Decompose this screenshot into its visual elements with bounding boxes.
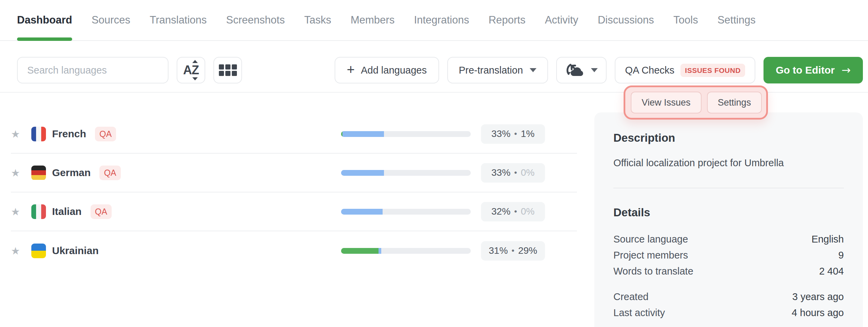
language-name[interactable]: Italian: [52, 206, 82, 217]
nav-tab-dashboard[interactable]: Dashboard: [17, 0, 72, 40]
translation-progress-bar: [341, 170, 471, 176]
translated-percent: 33%: [492, 128, 511, 139]
percent-separator-dot: •: [514, 207, 517, 216]
percent-separator-dot: •: [514, 129, 517, 139]
nav-tab-reports[interactable]: Reports: [488, 0, 526, 40]
detail-value: 4 hours ago: [792, 305, 844, 321]
language-flag-icon: [31, 204, 46, 219]
favorite-star-icon[interactable]: ★: [11, 206, 31, 218]
language-row[interactable]: ★ French QA 33% • 1%: [11, 115, 577, 154]
detail-value: English: [811, 231, 844, 247]
qa-settings-button[interactable]: Settings: [707, 92, 762, 113]
details-title: Details: [613, 206, 844, 219]
translated-percent: 31%: [489, 245, 508, 256]
nav-tab-screenshots[interactable]: Screenshots: [226, 0, 285, 40]
project-nav: DashboardSourcesTranslationsScreenshotsT…: [0, 0, 868, 41]
qa-badge[interactable]: QA: [99, 166, 120, 180]
language-row[interactable]: ★ German QA 33% • 0%: [11, 154, 577, 192]
panel-divider: [613, 188, 844, 188]
detail-row: Source language English: [613, 231, 844, 247]
translation-progress-bar: [341, 131, 471, 137]
add-languages-button[interactable]: + Add languages: [335, 57, 439, 83]
language-flag-icon: [31, 244, 46, 258]
favorite-star-icon[interactable]: ★: [11, 167, 31, 179]
sort-button[interactable]: AZ: [177, 57, 205, 83]
detail-label: Project members: [613, 247, 688, 263]
add-languages-label: Add languages: [361, 65, 427, 76]
go-to-editor-button[interactable]: Go to Editor →: [763, 57, 863, 83]
detail-label: Source language: [613, 231, 688, 247]
qa-badge[interactable]: QA: [91, 204, 112, 219]
translation-progress-bar: [341, 209, 471, 215]
qa-badge[interactable]: QA: [95, 127, 116, 141]
detail-row: Words to translate 2 404: [613, 263, 844, 279]
view-issues-button[interactable]: View Issues: [631, 92, 702, 113]
nav-tab-integrations[interactable]: Integrations: [414, 0, 469, 40]
language-flag-icon: [31, 127, 46, 141]
approved-percent: 0%: [521, 206, 534, 217]
translated-progress-segment: [341, 170, 384, 176]
plus-icon: +: [347, 63, 355, 76]
nav-tab-tasks[interactable]: Tasks: [304, 0, 331, 40]
approved-percent: 0%: [521, 167, 534, 178]
cloud-sync-icon: [565, 62, 585, 78]
qa-checks-button[interactable]: QA Checks ISSUES FOUND: [615, 57, 755, 83]
languages-toolbar: AZ + Add languages Pre-translation QA Ch…: [17, 57, 863, 83]
percent-separator-dot: •: [512, 246, 514, 255]
go-to-editor-label: Go to Editor: [776, 64, 835, 76]
detail-value: 2 404: [819, 263, 844, 279]
details-rows: Source language English Project members …: [613, 231, 844, 321]
nav-tab-members[interactable]: Members: [351, 0, 395, 40]
translation-progress-bar: [341, 248, 471, 254]
translated-progress-segment: [379, 248, 381, 254]
detail-label: Words to translate: [613, 263, 693, 279]
cloud-sync-dropdown-button[interactable]: [556, 57, 607, 83]
detail-group-gap: [613, 279, 844, 289]
language-name[interactable]: Ukrainian: [52, 245, 99, 256]
grid-view-icon: [219, 64, 237, 76]
translated-percent: 33%: [492, 167, 511, 178]
pre-translation-button[interactable]: Pre-translation: [447, 57, 548, 83]
language-row[interactable]: ★ Italian QA 32% • 0%: [11, 192, 577, 231]
search-input[interactable]: [17, 57, 168, 83]
approved-progress-segment: [341, 248, 379, 254]
progress-percentages: 31% • 29%: [481, 241, 545, 261]
nav-tab-settings[interactable]: Settings: [718, 0, 756, 40]
progress-percentages: 33% • 1%: [481, 124, 545, 144]
language-row[interactable]: ★ Ukrainian 31% • 29%: [11, 231, 577, 270]
language-name[interactable]: German: [52, 167, 91, 178]
detail-label: Last activity: [613, 305, 665, 321]
language-flag-icon: [31, 166, 46, 180]
arrow-right-icon: →: [841, 64, 851, 77]
nav-tab-sources[interactable]: Sources: [92, 0, 130, 40]
qa-checks-popover: View Issues Settings: [624, 85, 768, 120]
detail-label: Created: [613, 289, 648, 305]
detail-value: 9: [838, 247, 844, 263]
translated-progress-segment: [342, 131, 384, 137]
grid-view-button[interactable]: [213, 57, 242, 83]
nav-tab-translations[interactable]: Translations: [150, 0, 207, 40]
language-name[interactable]: French: [52, 128, 86, 140]
detail-row: Project members 9: [613, 247, 844, 263]
nav-tab-activity[interactable]: Activity: [545, 0, 578, 40]
nav-tab-tools[interactable]: Tools: [673, 0, 698, 40]
chevron-down-icon: [591, 68, 598, 72]
progress-percentages: 32% • 0%: [481, 202, 545, 221]
detail-value: 3 years ago: [792, 289, 844, 305]
approved-percent: 29%: [518, 245, 537, 256]
percent-separator-dot: •: [514, 168, 517, 177]
nav-tab-discussions[interactable]: Discussions: [598, 0, 654, 40]
translated-percent: 32%: [492, 206, 511, 217]
issues-found-badge: ISSUES FOUND: [680, 64, 745, 77]
approved-percent: 1%: [521, 128, 534, 139]
pre-translation-label: Pre-translation: [459, 65, 523, 76]
project-details-panel: Description Official localization projec…: [594, 112, 863, 327]
language-list: ★ French QA 33% • 1% ★ German QA: [11, 115, 577, 270]
favorite-star-icon[interactable]: ★: [11, 245, 31, 257]
description-text: Official localization project for Umbrel…: [613, 157, 844, 169]
detail-row: Last activity 4 hours ago: [613, 305, 844, 321]
favorite-star-icon[interactable]: ★: [11, 128, 31, 140]
qa-checks-label: QA Checks: [625, 65, 674, 76]
translated-progress-segment: [341, 209, 383, 215]
sort-az-icon: AZ: [180, 61, 202, 79]
